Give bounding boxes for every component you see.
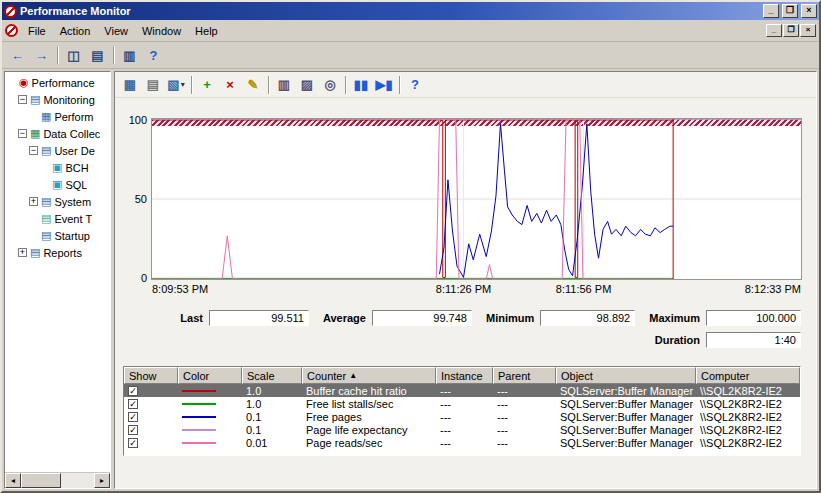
tree-item-startup[interactable]: ▤Startup xyxy=(5,227,110,244)
value-bar: Last 99.511 Average 99.748 Minimum 98.89… xyxy=(115,310,801,354)
tree-item-label: User De xyxy=(54,145,94,157)
zoom-icon: ◎ xyxy=(324,78,335,91)
tree-item-user-de[interactable]: −▤User De xyxy=(5,142,110,159)
highlight-icon: ✎ xyxy=(248,78,259,91)
minimize-button[interactable]: _ xyxy=(763,4,779,18)
object-cell: SQLServer:Buffer Manager xyxy=(556,436,696,449)
mdi-child-icon[interactable] xyxy=(5,24,18,37)
chart-canvas xyxy=(152,119,801,279)
scroll-left-button[interactable]: ◂ xyxy=(5,473,21,488)
tree-item-label: Performance xyxy=(32,77,95,89)
show-checkbox[interactable]: ✓ xyxy=(128,412,138,422)
legend-header-parent[interactable]: Parent xyxy=(493,367,556,384)
average-value: 99.748 xyxy=(372,310,472,326)
export-list-button[interactable]: ▥ xyxy=(118,44,141,66)
copy-properties-button[interactable]: ▥ xyxy=(273,75,295,95)
show-checkbox[interactable]: ✓ xyxy=(128,425,138,435)
counter-cell: Free pages xyxy=(302,410,436,423)
legend-row[interactable]: ✓0.1Page life expectancy------SQLServer:… xyxy=(124,423,800,436)
back-button[interactable]: ← xyxy=(6,44,29,66)
menu-file[interactable]: File xyxy=(21,23,53,39)
tree-item-perform[interactable]: ▦Perform xyxy=(5,108,110,125)
maximize-button[interactable]: ❐ xyxy=(782,4,798,18)
object-cell: SQLServer:Buffer Manager xyxy=(556,423,696,436)
tree-item-sql[interactable]: ▣SQL xyxy=(5,176,110,193)
tree-item-label: Monitoring xyxy=(43,94,94,106)
tree-item-system[interactable]: +▤System xyxy=(5,193,110,210)
legend-header-show[interactable]: Show xyxy=(124,367,178,384)
view-current-activity-button[interactable]: ▦ xyxy=(119,75,141,95)
expander-icon[interactable]: + xyxy=(29,197,38,206)
mdi-restore-button[interactable]: ❐ xyxy=(783,24,799,37)
show-checkbox[interactable]: ✓ xyxy=(128,386,138,396)
forward-button[interactable]: → xyxy=(30,44,53,66)
legend-header-counter[interactable]: Counter▲ xyxy=(302,367,436,384)
object-cell: SQLServer:Buffer Manager xyxy=(556,397,696,410)
stats-row-2: Duration 1:40 xyxy=(115,332,801,348)
scrollbar-thumb[interactable] xyxy=(21,473,61,488)
tree-item-event-t[interactable]: ▤Event T xyxy=(5,210,110,227)
legend-header-object[interactable]: Object xyxy=(556,367,696,384)
legend-row[interactable]: ✓0.01Page reads/sec------SQLServer:Buffe… xyxy=(124,436,800,449)
tree-item-performance[interactable]: ◉Performance xyxy=(5,74,110,91)
tree-item-data-collec[interactable]: −▦Data Collec xyxy=(5,125,110,142)
highlight-button[interactable]: ✎ xyxy=(242,75,264,95)
tree-item-monitoring[interactable]: −▤Monitoring xyxy=(5,91,110,108)
menu-window[interactable]: Window xyxy=(135,23,188,39)
view-log-data-button[interactable]: ▤ xyxy=(142,75,164,95)
color-cell xyxy=(178,410,242,423)
scroll-right-button[interactable]: ▸ xyxy=(94,473,110,488)
close-button[interactable]: × xyxy=(801,4,817,18)
help-button[interactable]: ? xyxy=(404,75,426,95)
mdi-close-button[interactable]: × xyxy=(800,24,816,37)
menu-action[interactable]: Action xyxy=(53,23,98,39)
legend-header-scale[interactable]: Scale xyxy=(242,367,302,384)
color-swatch xyxy=(182,416,216,418)
legend-row[interactable]: ✓0.1Free pages------SQLServer:Buffer Man… xyxy=(124,410,800,423)
x-tick-start: 8:09:53 PM xyxy=(152,283,208,295)
scale-cell: 0.1 xyxy=(242,423,302,436)
menu-bar-items: FileActionViewWindowHelp xyxy=(21,23,766,39)
scrollbar-track[interactable] xyxy=(21,473,94,488)
zoom-button[interactable]: ◎ xyxy=(319,75,341,95)
legend-header-label: Show xyxy=(129,370,157,382)
add-counter-button[interactable]: + xyxy=(196,75,218,95)
dropdown-arrow-icon[interactable]: ▾ xyxy=(181,80,185,89)
freeze-display-button[interactable]: ▮▮ xyxy=(350,75,372,95)
show-hide-console-tree-button[interactable]: ◫ xyxy=(62,44,85,66)
view-log-data-icon: ▤ xyxy=(147,78,159,91)
expander-icon[interactable]: + xyxy=(18,248,27,257)
show-checkbox[interactable]: ✓ xyxy=(128,399,138,409)
legend-header-label: Scale xyxy=(247,370,275,382)
expander-icon[interactable]: − xyxy=(18,129,27,138)
properties-icon: ▤ xyxy=(91,49,103,62)
legend-row[interactable]: ✓1.0Free list stalls/sec------SQLServer:… xyxy=(124,397,800,410)
expander-icon[interactable]: − xyxy=(18,95,27,104)
update-data-button[interactable]: ▶▮ xyxy=(373,75,395,95)
expander-icon[interactable]: − xyxy=(29,146,38,155)
tree-horizontal-scrollbar[interactable]: ◂ ▸ xyxy=(5,472,110,488)
sql-icon: ▣ xyxy=(52,179,62,190)
menu-help[interactable]: Help xyxy=(188,23,225,39)
change-graph-type-button[interactable]: ▧▾ xyxy=(165,75,187,95)
legend-header-color[interactable]: Color xyxy=(178,367,242,384)
paste-counter-list-button[interactable]: ▨ xyxy=(296,75,318,95)
perform-icon: ▦ xyxy=(41,111,51,122)
chart-plot xyxy=(151,118,802,280)
main-area: ◉Performance−▤Monitoring▦Perform−▦Data C… xyxy=(2,69,819,491)
tree-item-bch[interactable]: ▣BCH xyxy=(5,159,110,176)
menu-view[interactable]: View xyxy=(97,23,135,39)
legend-row[interactable]: ✓1.0Buffer cache hit ratio------SQLServe… xyxy=(124,384,800,397)
legend-header-computer[interactable]: Computer xyxy=(696,367,800,384)
delete-counter-button[interactable]: × xyxy=(219,75,241,95)
legend-header-label: Object xyxy=(561,370,593,382)
legend-header-instance[interactable]: Instance xyxy=(436,367,493,384)
properties-button[interactable]: ▤ xyxy=(86,44,109,66)
help-button[interactable]: ? xyxy=(142,44,165,66)
tree-item-reports[interactable]: +▤Reports xyxy=(5,244,110,261)
update-data-icon: ▶▮ xyxy=(375,78,392,91)
event-t-icon: ▤ xyxy=(41,213,51,224)
show-cell: ✓ xyxy=(124,384,178,397)
mdi-minimize-button[interactable]: _ xyxy=(766,24,782,37)
show-checkbox[interactable]: ✓ xyxy=(128,438,138,448)
